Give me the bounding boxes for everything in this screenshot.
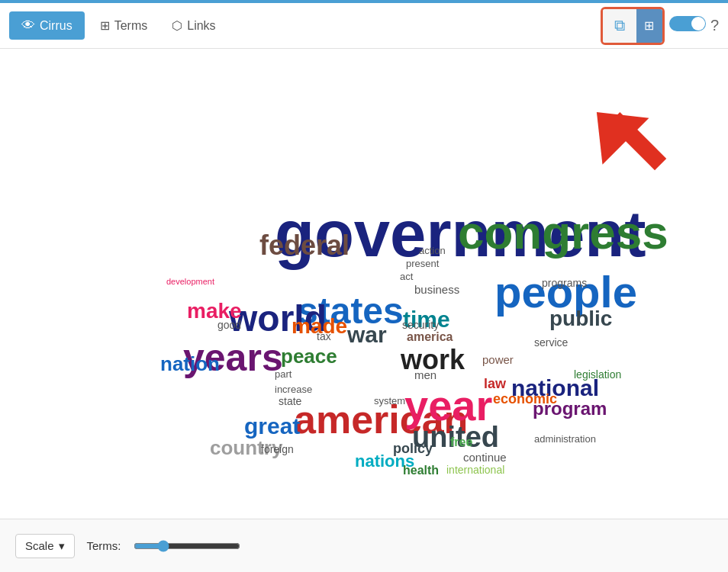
terms-slider-label: Terms:: [87, 539, 121, 552]
links-button[interactable]: ⬡ Links: [163, 12, 224, 39]
svg-rect-2: [608, 112, 666, 170]
grid-menu-icon: ⊞: [644, 18, 654, 33]
word-cloud-word[interactable]: law: [484, 377, 506, 390]
word-cloud-word[interactable]: great: [244, 415, 300, 438]
word-cloud-word[interactable]: federal: [259, 232, 350, 259]
word-cloud-word[interactable]: continue: [463, 451, 507, 463]
word-cloud-word[interactable]: war: [347, 323, 387, 346]
word-cloud-word[interactable]: security: [402, 320, 439, 330]
toolbar: 👁 Cirrus ⊞ Terms ⬡ Links ⧉ ⊞ ?: [0, 3, 728, 49]
scale-button[interactable]: Scale ▾: [15, 534, 75, 558]
word-cloud-word[interactable]: development: [166, 278, 214, 286]
links-label: Links: [187, 19, 215, 33]
word-cloud-word[interactable]: legislation: [574, 369, 621, 380]
word-cloud-word[interactable]: peace: [281, 346, 337, 366]
word-cloud-word[interactable]: america: [407, 331, 453, 343]
terms-button[interactable]: ⊞ Terms: [91, 12, 157, 39]
word-cloud-word[interactable]: free: [450, 436, 472, 448]
word-cloud-word[interactable]: good: [217, 320, 241, 330]
word-cloud-word[interactable]: act: [400, 272, 413, 281]
grid-icon: ⊞: [100, 18, 110, 33]
word-cloud-word[interactable]: tax: [317, 331, 331, 342]
terms-slider-container: [134, 540, 240, 552]
export-icon: ⧉: [614, 17, 625, 34]
word-cloud-word[interactable]: men: [414, 369, 436, 381]
toggle-button[interactable]: [669, 14, 706, 38]
word-cloud-word[interactable]: system: [374, 396, 405, 406]
eye-icon: 👁: [21, 18, 35, 34]
word-cloud-area: governmentcongresspeopleamericanyearssta…: [0, 49, 728, 491]
word-cloud-word[interactable]: power: [482, 354, 514, 365]
toolbar-right: ⧉ ⊞ ?: [601, 7, 719, 45]
share-icon: ⬡: [172, 18, 182, 33]
chevron-down-icon: ▾: [59, 539, 65, 553]
word-cloud-word[interactable]: international: [446, 464, 504, 475]
help-button[interactable]: ?: [710, 17, 719, 34]
toggle-icon: [669, 14, 706, 34]
word-cloud-word[interactable]: part: [275, 369, 292, 379]
svg-point-1: [691, 17, 705, 31]
export-group: ⧉ ⊞: [601, 7, 665, 45]
terms-slider[interactable]: [134, 540, 240, 552]
cirrus-button[interactable]: 👁 Cirrus: [9, 11, 85, 40]
word-cloud-word[interactable]: programs: [542, 278, 587, 288]
word-cloud-word[interactable]: increase: [275, 384, 312, 394]
help-icon: ?: [710, 17, 719, 34]
bottom-bar: Scale ▾ Terms:: [0, 519, 728, 572]
cirrus-label: Cirrus: [40, 19, 72, 33]
word-cloud-word[interactable]: nation: [160, 354, 220, 374]
word-cloud-word[interactable]: economic: [493, 392, 557, 406]
word-cloud-word[interactable]: action: [419, 246, 446, 255]
export-button[interactable]: ⧉: [603, 9, 636, 43]
word-cloud-word[interactable]: service: [534, 337, 568, 348]
terms-label: Terms: [114, 19, 148, 33]
red-arrow: [591, 91, 690, 198]
word-cloud-word[interactable]: congress: [458, 209, 668, 256]
scale-label: Scale: [25, 539, 54, 552]
word-cloud-word[interactable]: business: [414, 284, 459, 295]
word-cloud-word[interactable]: public: [549, 308, 612, 329]
grid-menu-button[interactable]: ⊞: [636, 9, 662, 43]
word-cloud-word[interactable]: administration: [534, 434, 596, 444]
svg-marker-3: [591, 91, 649, 165]
word-cloud-word[interactable]: health: [403, 464, 439, 477]
word-cloud-word[interactable]: foreign: [261, 444, 294, 455]
word-cloud-word[interactable]: present: [406, 259, 439, 268]
word-cloud-word[interactable]: state: [279, 396, 301, 407]
